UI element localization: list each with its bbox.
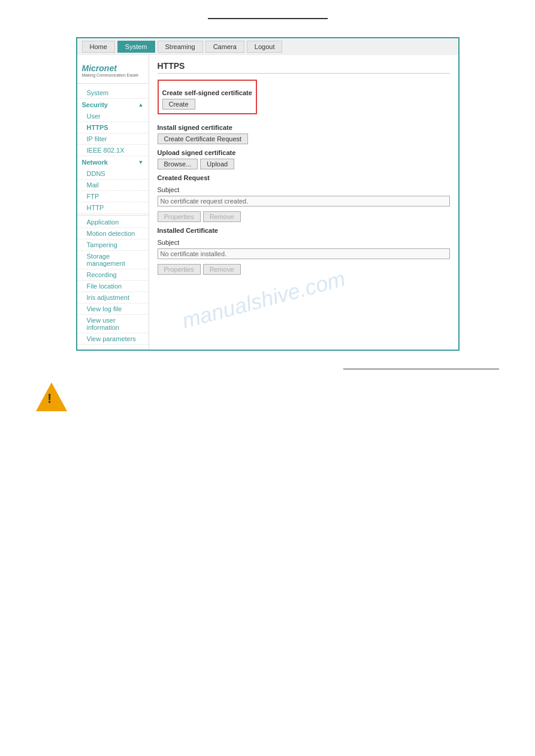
- upload-signed-section: Upload signed certificate Browse... Uplo…: [158, 149, 450, 169]
- browser-window: Home System Streaming Camera Logout Micr…: [76, 37, 460, 351]
- sidebar-item-view-parameters[interactable]: View parameters: [77, 333, 149, 345]
- sidebar-item-view-user-information[interactable]: View user information: [77, 315, 149, 333]
- upload-row: Browse... Upload: [158, 159, 450, 169]
- created-request-subject-field[interactable]: [158, 196, 450, 207]
- sidebar-item-application[interactable]: Application: [77, 217, 149, 228]
- top-decorative-line: [208, 18, 328, 19]
- sidebar-item-view-log-file[interactable]: View log file: [77, 303, 149, 315]
- logo-text: Micronet: [82, 63, 144, 73]
- warning-icon-container: !: [36, 381, 67, 412]
- top-navigation: Home System Streaming Camera Logout: [77, 38, 458, 55]
- install-signed-label: Install signed certificate: [158, 124, 450, 131]
- content-area: HTTPS Create self-signed certificate Cre…: [149, 55, 458, 350]
- security-arrow-icon: ▲: [138, 102, 144, 108]
- created-request-button-row: Properties Remove: [158, 211, 450, 222]
- created-request-subject-label: Subject: [158, 186, 450, 193]
- installed-cert-button-row: Properties Remove: [158, 264, 450, 275]
- nav-tab-camera[interactable]: Camera: [205, 41, 244, 53]
- installed-cert-section: Installed Certificate Subject Properties…: [158, 227, 450, 275]
- bottom-section: !: [12, 369, 523, 412]
- created-request-section: Created Request Subject Properties Remov…: [158, 174, 450, 222]
- sidebar-item-ip-filter[interactable]: IP filter: [77, 133, 149, 145]
- created-request-properties-button[interactable]: Properties: [158, 211, 201, 222]
- sidebar-item-tampering[interactable]: Tampering: [77, 239, 149, 251]
- sidebar-item-mail[interactable]: Mail: [77, 180, 149, 191]
- sidebar-section-security[interactable]: Security ▲: [77, 99, 149, 111]
- sidebar-item-recording[interactable]: Recording: [77, 269, 149, 281]
- sidebar-item-file-location[interactable]: File location: [77, 281, 149, 292]
- sidebar-item-ieee8021x[interactable]: IEEE 802.1X: [77, 145, 149, 156]
- sidebar-item-iris-adjustment[interactable]: Iris adjustment: [77, 292, 149, 303]
- nav-tab-logout[interactable]: Logout: [247, 41, 283, 53]
- network-arrow-icon: ▼: [138, 159, 144, 165]
- sidebar-section-network[interactable]: Network ▼: [77, 156, 149, 168]
- sidebar-section-security-label: Security: [82, 101, 108, 108]
- logo-subtext: Making Communication Easier: [82, 73, 144, 77]
- sidebar-item-ftp[interactable]: FTP: [77, 191, 149, 202]
- upload-signed-label: Upload signed certificate: [158, 149, 450, 156]
- sidebar-item-storage-management[interactable]: Storage management: [77, 251, 149, 269]
- sidebar-item-motion-detection[interactable]: Motion detection: [77, 228, 149, 239]
- sidebar-item-https[interactable]: HTTPS: [77, 122, 149, 133]
- installed-cert-remove-button[interactable]: Remove: [203, 264, 241, 275]
- browse-button[interactable]: Browse...: [158, 159, 198, 169]
- sidebar-item-http[interactable]: HTTP: [77, 202, 149, 214]
- create-certificate-request-button[interactable]: Create Certificate Request: [158, 133, 249, 144]
- self-signed-label: Create self-signed certificate: [162, 89, 252, 96]
- sidebar-item-user[interactable]: User: [77, 111, 149, 122]
- installed-cert-subject-label: Subject: [158, 239, 450, 246]
- nav-tab-home[interactable]: Home: [82, 41, 115, 53]
- installed-cert-properties-button[interactable]: Properties: [158, 264, 201, 275]
- created-request-label: Created Request: [158, 174, 450, 181]
- create-self-signed-button[interactable]: Create: [162, 99, 195, 110]
- installed-cert-subject-field[interactable]: [158, 248, 450, 259]
- warning-exclamation: !: [47, 391, 52, 406]
- warning-triangle-icon: !: [36, 382, 67, 411]
- self-signed-certificate-box: Create self-signed certificate Create: [158, 80, 257, 114]
- logo-area: Micronet Making Communication Easier: [77, 60, 149, 84]
- sidebar-item-ddns[interactable]: DDNS: [77, 168, 149, 180]
- upload-button[interactable]: Upload: [200, 159, 234, 169]
- bottom-decorative-line: [343, 369, 499, 369]
- created-request-remove-button[interactable]: Remove: [203, 211, 241, 222]
- nav-tab-streaming[interactable]: Streaming: [158, 41, 203, 53]
- installed-cert-label: Installed Certificate: [158, 227, 450, 234]
- install-signed-section: Install signed certificate Create Certif…: [158, 124, 450, 144]
- sidebar-item-system[interactable]: System: [77, 87, 149, 99]
- sidebar: Micronet Making Communication Easier Sys…: [77, 55, 149, 350]
- page-title: HTTPS: [158, 61, 450, 74]
- sidebar-section-network-label: Network: [82, 159, 108, 166]
- nav-tab-system[interactable]: System: [117, 41, 155, 53]
